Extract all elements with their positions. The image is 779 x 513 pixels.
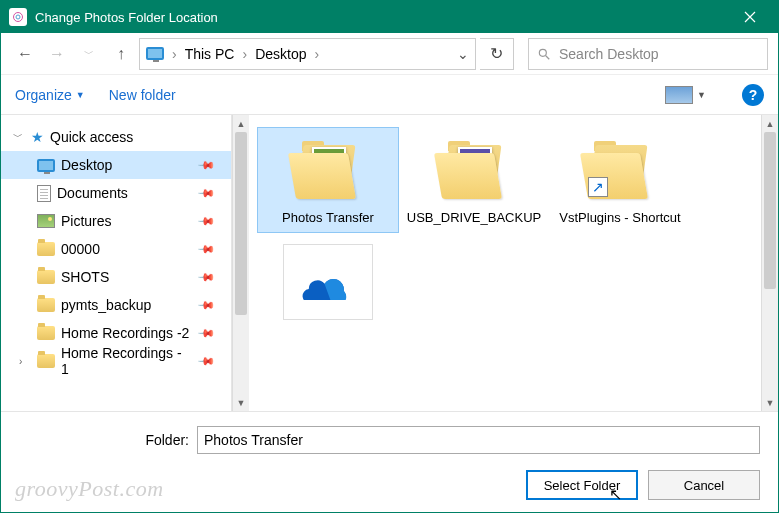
main-area: ﹀ ★ Quick access Desktop 📌 Documents 📌 P… [1,115,778,411]
pin-icon: 📌 [196,155,215,174]
watermark: groovyPost.com [15,476,164,502]
folder-icon: ↗ [582,141,658,199]
item-label: USB_DRIVE_BACKUP [407,210,541,226]
sidebar-item-folder[interactable]: Home Recordings -2 📌 [1,319,231,347]
svg-point-2 [539,49,546,56]
folder-icon [37,354,55,368]
pin-icon: 📌 [196,239,215,258]
pin-icon: 📌 [196,323,215,342]
cloud-icon [300,264,356,300]
search-icon [537,47,551,61]
pin-icon: 📌 [196,267,215,286]
up-button[interactable]: ↑ [107,39,135,69]
sidebar-item-documents[interactable]: Documents 📌 [1,179,231,207]
search-box[interactable]: Search Desktop [528,38,768,70]
sidebar-scrollbar[interactable]: ▲ ▼ [232,115,249,411]
monitor-icon [37,159,55,172]
folder-icon [37,298,55,312]
svg-point-1 [16,15,20,19]
folder-icon [37,326,55,340]
pin-icon: 📌 [196,295,215,314]
pin-icon: 📌 [196,351,215,370]
new-folder-button[interactable]: New folder [109,87,176,103]
breadcrumb-root[interactable]: This PC [185,46,235,62]
chevron-right-icon: › [19,356,31,367]
sidebar: ﹀ ★ Quick access Desktop 📌 Documents 📌 P… [1,115,232,411]
chevron-down-icon: ﹀ [13,130,25,144]
refresh-button[interactable]: ↻ [480,38,514,70]
sidebar-item-folder[interactable]: pymts_backup 📌 [1,291,231,319]
item-label: VstPlugins - Shortcut [559,210,680,226]
folder-item[interactable]: USB_DRIVE_BACKUP [403,127,545,233]
chevron-right-icon: › [172,46,177,62]
titlebar: Change Photos Folder Location [1,1,778,33]
folder-label: Folder: [19,432,189,448]
pic-icon [37,214,55,228]
folder-shortcut-item[interactable]: ↗ VstPlugins - Shortcut [549,127,691,233]
pin-icon: 📌 [196,183,215,202]
pin-icon: 📌 [196,211,215,230]
address-bar[interactable]: › This PC › Desktop › ⌄ [139,38,476,70]
dialog-window: Change Photos Folder Location ← → ﹀ ↑ › … [0,0,779,513]
footer: Folder: Select Folder Cancel ↖ groovyPos… [1,411,778,513]
nav-bar: ← → ﹀ ↑ › This PC › Desktop › ⌄ ↻ Search… [1,33,778,75]
search-placeholder: Search Desktop [559,46,659,62]
address-dropdown[interactable]: ⌄ [457,46,469,62]
select-folder-button[interactable]: Select Folder [526,470,638,500]
sidebar-item-folder[interactable]: SHOTS 📌 [1,263,231,291]
star-icon: ★ [31,129,44,145]
breadcrumb-current[interactable]: Desktop [255,46,306,62]
sidebar-item-folder[interactable]: › Home Recordings - 1 📌 [1,347,231,375]
shortcut-icon: ↗ [588,177,608,197]
folder-icon [37,270,55,284]
recent-dropdown[interactable]: ﹀ [75,39,103,69]
forward-button[interactable]: → [43,39,71,69]
toolbar: Organize▼ New folder ▼ ? [1,75,778,115]
folder-icon [436,141,512,199]
quick-access-label: Quick access [50,129,133,145]
cloud-item[interactable] [257,237,399,331]
folder-input[interactable] [197,426,760,454]
svg-point-0 [14,13,23,22]
window-title: Change Photos Folder Location [35,10,730,25]
close-button[interactable] [730,1,770,33]
view-thumb-icon [665,86,693,104]
chevron-right-icon: › [315,46,320,62]
folder-icon [37,242,55,256]
chevron-right-icon: › [242,46,247,62]
sidebar-item-pictures[interactable]: Pictures 📌 [1,207,231,235]
content-scrollbar[interactable]: ▲ ▼ [761,115,778,411]
item-label: Photos Transfer [282,210,374,226]
folder-icon [290,141,366,199]
sidebar-item-desktop[interactable]: Desktop 📌 [1,151,231,179]
cancel-button[interactable]: Cancel [648,470,760,500]
help-button[interactable]: ? [742,84,764,106]
back-button[interactable]: ← [11,39,39,69]
quick-access[interactable]: ﹀ ★ Quick access [1,123,231,151]
organize-menu[interactable]: Organize▼ [15,87,85,103]
content-pane[interactable]: Photos Transfer USB_DRIVE_BACKUP ↗ VstPl… [249,115,761,411]
doc-icon [37,185,51,202]
app-icon [9,8,27,26]
sidebar-item-folder[interactable]: 00000 📌 [1,235,231,263]
svg-line-3 [546,55,550,59]
monitor-icon [146,47,164,60]
folder-item[interactable]: Photos Transfer [257,127,399,233]
view-options[interactable]: ▼ [665,86,706,104]
